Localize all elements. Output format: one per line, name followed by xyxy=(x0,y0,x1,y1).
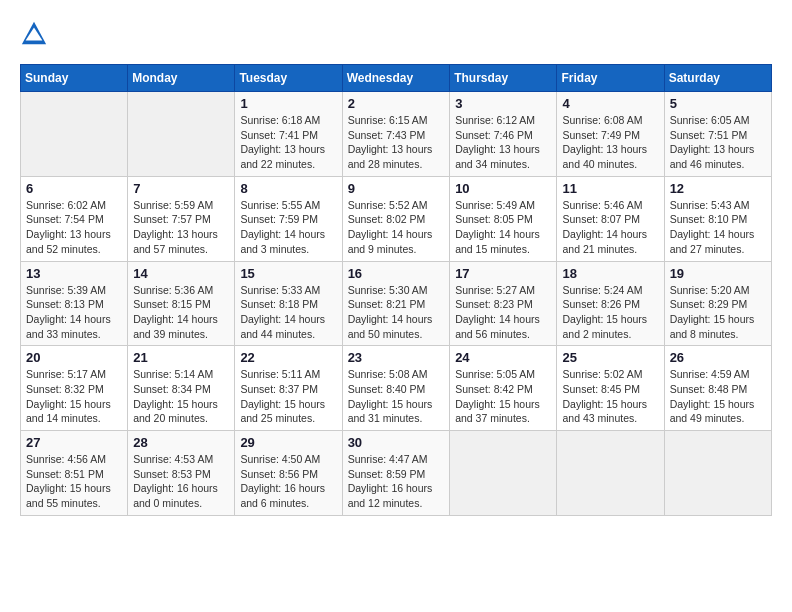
weekday-header-friday: Friday xyxy=(557,65,664,92)
day-number: 12 xyxy=(670,181,766,196)
week-row-3: 13Sunrise: 5:39 AMSunset: 8:13 PMDayligh… xyxy=(21,261,772,346)
week-row-2: 6Sunrise: 6:02 AMSunset: 7:54 PMDaylight… xyxy=(21,176,772,261)
day-info: Sunrise: 5:11 AMSunset: 8:37 PMDaylight:… xyxy=(240,367,336,426)
day-number: 19 xyxy=(670,266,766,281)
day-info: Sunrise: 6:05 AMSunset: 7:51 PMDaylight:… xyxy=(670,113,766,172)
day-cell: 11Sunrise: 5:46 AMSunset: 8:07 PMDayligh… xyxy=(557,176,664,261)
day-info: Sunrise: 5:02 AMSunset: 8:45 PMDaylight:… xyxy=(562,367,658,426)
day-info: Sunrise: 5:24 AMSunset: 8:26 PMDaylight:… xyxy=(562,283,658,342)
day-cell: 17Sunrise: 5:27 AMSunset: 8:23 PMDayligh… xyxy=(450,261,557,346)
day-cell: 24Sunrise: 5:05 AMSunset: 8:42 PMDayligh… xyxy=(450,346,557,431)
day-cell: 10Sunrise: 5:49 AMSunset: 8:05 PMDayligh… xyxy=(450,176,557,261)
week-row-5: 27Sunrise: 4:56 AMSunset: 8:51 PMDayligh… xyxy=(21,431,772,516)
day-number: 15 xyxy=(240,266,336,281)
day-cell xyxy=(21,92,128,177)
day-number: 1 xyxy=(240,96,336,111)
day-info: Sunrise: 6:02 AMSunset: 7:54 PMDaylight:… xyxy=(26,198,122,257)
day-info: Sunrise: 5:05 AMSunset: 8:42 PMDaylight:… xyxy=(455,367,551,426)
weekday-header-wednesday: Wednesday xyxy=(342,65,450,92)
day-number: 27 xyxy=(26,435,122,450)
logo xyxy=(20,20,52,48)
day-number: 30 xyxy=(348,435,445,450)
day-number: 16 xyxy=(348,266,445,281)
day-cell: 7Sunrise: 5:59 AMSunset: 7:57 PMDaylight… xyxy=(128,176,235,261)
day-number: 24 xyxy=(455,350,551,365)
day-number: 3 xyxy=(455,96,551,111)
logo-icon xyxy=(20,20,48,48)
day-cell: 25Sunrise: 5:02 AMSunset: 8:45 PMDayligh… xyxy=(557,346,664,431)
week-row-4: 20Sunrise: 5:17 AMSunset: 8:32 PMDayligh… xyxy=(21,346,772,431)
day-number: 26 xyxy=(670,350,766,365)
day-number: 4 xyxy=(562,96,658,111)
day-number: 21 xyxy=(133,350,229,365)
day-info: Sunrise: 5:52 AMSunset: 8:02 PMDaylight:… xyxy=(348,198,445,257)
day-cell: 4Sunrise: 6:08 AMSunset: 7:49 PMDaylight… xyxy=(557,92,664,177)
day-info: Sunrise: 5:20 AMSunset: 8:29 PMDaylight:… xyxy=(670,283,766,342)
day-info: Sunrise: 5:36 AMSunset: 8:15 PMDaylight:… xyxy=(133,283,229,342)
day-info: Sunrise: 5:55 AMSunset: 7:59 PMDaylight:… xyxy=(240,198,336,257)
day-info: Sunrise: 5:17 AMSunset: 8:32 PMDaylight:… xyxy=(26,367,122,426)
day-info: Sunrise: 5:33 AMSunset: 8:18 PMDaylight:… xyxy=(240,283,336,342)
weekday-header-thursday: Thursday xyxy=(450,65,557,92)
day-cell xyxy=(557,431,664,516)
day-number: 20 xyxy=(26,350,122,365)
day-number: 29 xyxy=(240,435,336,450)
day-cell: 21Sunrise: 5:14 AMSunset: 8:34 PMDayligh… xyxy=(128,346,235,431)
day-info: Sunrise: 6:18 AMSunset: 7:41 PMDaylight:… xyxy=(240,113,336,172)
day-number: 28 xyxy=(133,435,229,450)
day-cell xyxy=(450,431,557,516)
day-cell: 14Sunrise: 5:36 AMSunset: 8:15 PMDayligh… xyxy=(128,261,235,346)
day-number: 13 xyxy=(26,266,122,281)
day-cell: 30Sunrise: 4:47 AMSunset: 8:59 PMDayligh… xyxy=(342,431,450,516)
day-info: Sunrise: 5:30 AMSunset: 8:21 PMDaylight:… xyxy=(348,283,445,342)
day-cell: 3Sunrise: 6:12 AMSunset: 7:46 PMDaylight… xyxy=(450,92,557,177)
day-cell: 5Sunrise: 6:05 AMSunset: 7:51 PMDaylight… xyxy=(664,92,771,177)
day-info: Sunrise: 5:49 AMSunset: 8:05 PMDaylight:… xyxy=(455,198,551,257)
day-number: 11 xyxy=(562,181,658,196)
day-number: 22 xyxy=(240,350,336,365)
day-cell: 23Sunrise: 5:08 AMSunset: 8:40 PMDayligh… xyxy=(342,346,450,431)
day-info: Sunrise: 5:59 AMSunset: 7:57 PMDaylight:… xyxy=(133,198,229,257)
day-cell: 20Sunrise: 5:17 AMSunset: 8:32 PMDayligh… xyxy=(21,346,128,431)
day-cell: 16Sunrise: 5:30 AMSunset: 8:21 PMDayligh… xyxy=(342,261,450,346)
weekday-header-monday: Monday xyxy=(128,65,235,92)
day-info: Sunrise: 6:12 AMSunset: 7:46 PMDaylight:… xyxy=(455,113,551,172)
week-row-1: 1Sunrise: 6:18 AMSunset: 7:41 PMDaylight… xyxy=(21,92,772,177)
day-cell xyxy=(664,431,771,516)
day-cell: 1Sunrise: 6:18 AMSunset: 7:41 PMDaylight… xyxy=(235,92,342,177)
day-info: Sunrise: 5:43 AMSunset: 8:10 PMDaylight:… xyxy=(670,198,766,257)
day-cell: 8Sunrise: 5:55 AMSunset: 7:59 PMDaylight… xyxy=(235,176,342,261)
day-number: 5 xyxy=(670,96,766,111)
weekday-header-saturday: Saturday xyxy=(664,65,771,92)
day-info: Sunrise: 5:08 AMSunset: 8:40 PMDaylight:… xyxy=(348,367,445,426)
day-cell: 19Sunrise: 5:20 AMSunset: 8:29 PMDayligh… xyxy=(664,261,771,346)
day-info: Sunrise: 4:47 AMSunset: 8:59 PMDaylight:… xyxy=(348,452,445,511)
day-info: Sunrise: 5:39 AMSunset: 8:13 PMDaylight:… xyxy=(26,283,122,342)
day-number: 17 xyxy=(455,266,551,281)
day-number: 6 xyxy=(26,181,122,196)
day-info: Sunrise: 5:46 AMSunset: 8:07 PMDaylight:… xyxy=(562,198,658,257)
day-cell xyxy=(128,92,235,177)
day-cell: 26Sunrise: 4:59 AMSunset: 8:48 PMDayligh… xyxy=(664,346,771,431)
day-number: 14 xyxy=(133,266,229,281)
day-number: 2 xyxy=(348,96,445,111)
day-cell: 29Sunrise: 4:50 AMSunset: 8:56 PMDayligh… xyxy=(235,431,342,516)
page-header xyxy=(20,20,772,48)
day-cell: 6Sunrise: 6:02 AMSunset: 7:54 PMDaylight… xyxy=(21,176,128,261)
day-cell: 12Sunrise: 5:43 AMSunset: 8:10 PMDayligh… xyxy=(664,176,771,261)
day-info: Sunrise: 4:50 AMSunset: 8:56 PMDaylight:… xyxy=(240,452,336,511)
weekday-header-sunday: Sunday xyxy=(21,65,128,92)
day-number: 10 xyxy=(455,181,551,196)
day-info: Sunrise: 4:56 AMSunset: 8:51 PMDaylight:… xyxy=(26,452,122,511)
day-info: Sunrise: 4:59 AMSunset: 8:48 PMDaylight:… xyxy=(670,367,766,426)
day-cell: 28Sunrise: 4:53 AMSunset: 8:53 PMDayligh… xyxy=(128,431,235,516)
day-cell: 2Sunrise: 6:15 AMSunset: 7:43 PMDaylight… xyxy=(342,92,450,177)
day-info: Sunrise: 6:15 AMSunset: 7:43 PMDaylight:… xyxy=(348,113,445,172)
day-number: 18 xyxy=(562,266,658,281)
day-info: Sunrise: 6:08 AMSunset: 7:49 PMDaylight:… xyxy=(562,113,658,172)
day-cell: 22Sunrise: 5:11 AMSunset: 8:37 PMDayligh… xyxy=(235,346,342,431)
day-info: Sunrise: 4:53 AMSunset: 8:53 PMDaylight:… xyxy=(133,452,229,511)
day-cell: 18Sunrise: 5:24 AMSunset: 8:26 PMDayligh… xyxy=(557,261,664,346)
day-number: 9 xyxy=(348,181,445,196)
day-number: 23 xyxy=(348,350,445,365)
